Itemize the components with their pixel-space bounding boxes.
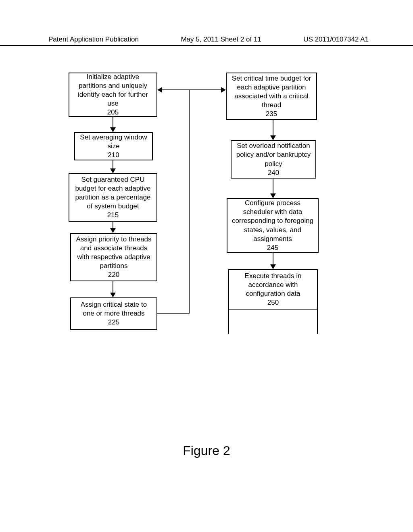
header-mid: May 5, 2011 Sheet 2 of 11 <box>181 35 261 44</box>
header-right: US 2011/0107342 A1 <box>303 35 369 44</box>
arrow-220-225 <box>113 281 113 293</box>
arrowhead-to-235 <box>221 87 226 93</box>
flowchart-diagram: Initialize adaptive partitions and uniqu… <box>65 73 351 383</box>
arrow-235-240 <box>273 120 273 136</box>
header-left: Patent Application Publication <box>48 35 139 44</box>
arrowhead-215-220 <box>110 228 116 233</box>
box-245: Configure process scheduler with data co… <box>227 198 319 253</box>
connector-to-235 <box>189 89 221 90</box>
box-235: Set critical time budget for each adapti… <box>226 73 317 120</box>
box-210: Set averaging window size210 <box>74 132 153 160</box>
figure-label: Figure 2 <box>0 443 413 458</box>
connector-vertical <box>189 89 190 314</box>
box-250: Execute threads in accordance with confi… <box>228 269 318 310</box>
arrow-240-245 <box>273 179 273 194</box>
box-215: Set guaranteed CPU budget for each adapt… <box>69 173 157 222</box>
box-220: Assign priority to threads and associate… <box>70 233 157 281</box>
arrowhead-235-240 <box>270 135 276 140</box>
connector-to-205 <box>162 89 190 90</box>
box-225: Assign critical state to one or more thr… <box>70 297 157 330</box>
arrow-210-215 <box>113 160 113 169</box>
arrowhead-245-250 <box>270 264 276 269</box>
page: Patent Application Publication May 5, 20… <box>0 0 413 532</box>
tail-left <box>228 310 229 334</box>
box-205: Initialize adaptive partitions and uniqu… <box>69 73 157 117</box>
arrowhead-205-210 <box>110 127 116 132</box>
page-header: Patent Application Publication May 5, 20… <box>0 35 413 46</box>
connector-225-out <box>157 313 190 314</box>
arrowhead-240-245 <box>270 193 276 198</box>
arrow-245-250 <box>273 253 273 265</box>
arrow-205-210 <box>113 117 113 128</box>
tail-right <box>317 310 318 334</box>
arrowhead-220-225 <box>110 293 116 297</box>
arrowhead-210-215 <box>110 168 116 173</box>
box-240: Set overload notification policy and/or … <box>231 140 316 179</box>
arrowhead-to-205 <box>157 87 162 93</box>
